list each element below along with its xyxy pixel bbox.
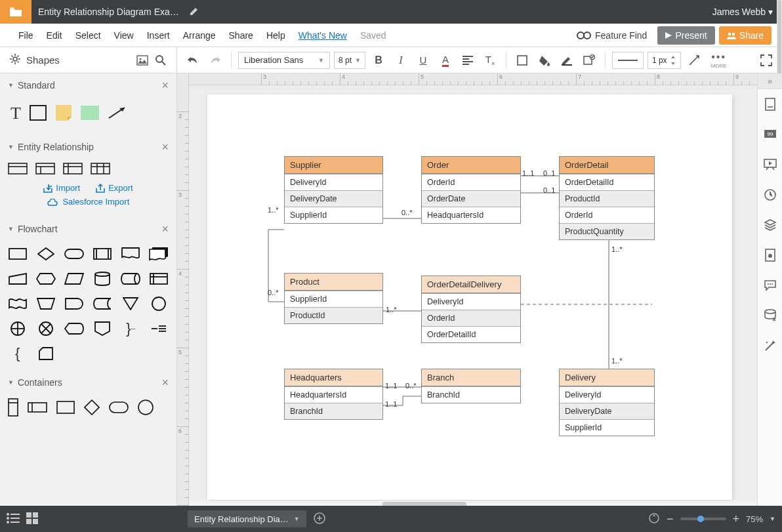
entity-product-header[interactable]: Product <box>285 274 382 291</box>
entity-order-header[interactable]: Order <box>422 157 520 174</box>
close-icon[interactable]: × <box>161 222 169 236</box>
fc-bracel-icon[interactable]: { <box>7 344 28 363</box>
line-color-icon[interactable] <box>558 51 576 70</box>
fc-document-icon[interactable] <box>120 245 142 263</box>
entity-row[interactable]: DeliveryId <box>285 174 382 190</box>
entity-supplier[interactable]: Supplier DeliveryId DeliveryDate Supplie… <box>284 156 383 224</box>
er-export-button[interactable]: Export <box>96 183 133 193</box>
rail-masterpage-icon[interactable] <box>758 240 783 270</box>
add-page-icon[interactable] <box>313 512 326 527</box>
panel-er-header[interactable]: ▼Entity Relationship × <box>0 135 176 159</box>
fc-database-icon[interactable] <box>92 270 113 288</box>
menu-share[interactable]: Share <box>222 30 260 41</box>
entity-row[interactable]: BranchId <box>285 403 382 419</box>
er-entity1-icon[interactable] <box>8 163 28 176</box>
page[interactable]: Supplier DeliveryId DeliveryDate Supplie… <box>207 94 732 500</box>
entity-orderdetaildelivery[interactable]: OrderDetailDelivery DeliveryId OrderId O… <box>421 276 521 343</box>
entity-row[interactable]: ProductId <box>560 190 654 207</box>
fc-process-icon[interactable] <box>7 245 28 263</box>
entity-branch[interactable]: Branch BranchId <box>421 369 521 403</box>
cont-pill-icon[interactable] <box>109 401 129 415</box>
fc-card-icon[interactable] <box>35 344 56 363</box>
entity-row[interactable]: BranchId <box>422 386 520 403</box>
fc-bracer-icon[interactable]: }─ <box>120 319 142 338</box>
user-menu[interactable]: James Webb ▾ <box>703 7 782 17</box>
bold-icon[interactable]: B <box>369 51 388 70</box>
zoom-value[interactable]: 75% <box>746 514 763 524</box>
line-arrow-icon[interactable] <box>685 51 703 70</box>
fc-paper-icon[interactable] <box>7 295 28 313</box>
rail-chat-icon[interactable] <box>758 270 783 300</box>
panel-standard-header[interactable]: ▼Standard × <box>0 73 176 97</box>
align-icon[interactable] <box>459 51 477 70</box>
share-button[interactable]: Share <box>719 26 772 45</box>
font-family-select[interactable]: Liberation Sans ▼ <box>238 52 330 69</box>
fc-or-icon[interactable] <box>7 319 28 338</box>
fc-data-icon[interactable] <box>63 270 85 288</box>
entity-product[interactable]: Product SupplierId ProductId <box>284 273 383 324</box>
rail-magic-icon[interactable] <box>758 331 783 361</box>
note-shape-icon[interactable] <box>55 104 72 123</box>
entity-row[interactable]: OrderDetailId <box>560 174 654 190</box>
salesforce-import-button[interactable]: Salesforce Import <box>7 195 170 211</box>
fc-preparation-icon[interactable] <box>35 270 56 288</box>
outline-view-icon[interactable] <box>7 513 20 525</box>
entity-row[interactable]: OrderId <box>422 174 520 190</box>
rail-present-icon[interactable] <box>758 150 783 180</box>
entity-delivery[interactable]: Delivery DeliveryId DeliveryDate Supplie… <box>559 369 655 436</box>
document-title[interactable]: Entity Relationship Diagram Exa… <box>31 7 186 17</box>
close-icon[interactable]: × <box>161 79 169 92</box>
fc-terminator-icon[interactable] <box>63 245 85 263</box>
autosync-icon[interactable] <box>648 512 660 526</box>
entity-headquarters[interactable]: Headquarters HeadquartersId BranchId <box>284 369 383 420</box>
canvas[interactable]: Supplier DeliveryId DeliveryDate Supplie… <box>189 85 757 508</box>
italic-icon[interactable]: I <box>392 51 410 70</box>
entity-row[interactable]: DeliveryDate <box>285 190 382 207</box>
fc-decision-icon[interactable] <box>35 245 56 263</box>
more-button[interactable]: ••• MORE <box>711 51 727 69</box>
line-width-select[interactable]: 1 px <box>648 52 681 69</box>
entity-row[interactable]: DeliveryId <box>422 293 520 310</box>
cont-rect-icon[interactable] <box>56 401 75 416</box>
menu-file[interactable]: File <box>12 30 40 41</box>
entity-supplier-header[interactable]: Supplier <box>285 157 382 174</box>
fc-offpage-icon[interactable] <box>92 319 113 338</box>
fc-delay-icon[interactable] <box>63 295 85 313</box>
insert-image-icon[interactable] <box>133 51 152 70</box>
fc-connector-icon[interactable] <box>148 295 170 313</box>
fullscreen-icon[interactable] <box>757 51 775 70</box>
edit-title-icon[interactable] <box>190 7 199 18</box>
fc-summing-icon[interactable] <box>35 319 56 338</box>
cont-lane-h-icon[interactable] <box>28 402 47 415</box>
redo-icon[interactable] <box>206 51 224 70</box>
close-icon[interactable]: × <box>161 140 169 154</box>
fc-merge-icon[interactable] <box>120 295 142 313</box>
text-shape-icon[interactable]: T <box>10 104 21 123</box>
entity-row[interactable]: HeadquartersId <box>285 386 382 403</box>
fc-multidoc-icon[interactable] <box>148 245 170 263</box>
block-shape-icon[interactable] <box>80 105 100 123</box>
fc-display-icon[interactable] <box>63 319 85 338</box>
er-entity3-icon[interactable] <box>63 163 83 176</box>
cont-lane-v-icon[interactable] <box>8 398 18 419</box>
entity-odd-header[interactable]: OrderDetailDelivery <box>422 276 520 293</box>
fc-storeddata-icon[interactable] <box>92 295 113 313</box>
grid-view-icon[interactable] <box>26 512 38 526</box>
rail-data-icon[interactable] <box>758 300 783 331</box>
zoom-in-icon[interactable]: + <box>733 512 740 526</box>
er-entity4-icon[interactable] <box>91 163 110 176</box>
search-icon[interactable] <box>152 51 170 70</box>
zoom-out-icon[interactable]: − <box>667 512 674 526</box>
rail-layers-icon[interactable] <box>758 210 783 240</box>
gear-icon[interactable] <box>9 53 21 67</box>
fill-color-icon[interactable] <box>535 51 554 70</box>
entity-row[interactable]: OrderId <box>422 310 520 326</box>
er-entity2-icon[interactable] <box>35 163 55 176</box>
entity-branch-header[interactable]: Branch <box>422 369 520 386</box>
menu-select[interactable]: Select <box>69 30 108 41</box>
undo-icon[interactable] <box>184 51 202 70</box>
menu-help[interactable]: Help <box>260 30 292 41</box>
rail-collapse-icon[interactable]: » <box>758 73 782 89</box>
menu-insert[interactable]: Insert <box>140 30 176 41</box>
fc-manualop-icon[interactable] <box>35 295 56 313</box>
